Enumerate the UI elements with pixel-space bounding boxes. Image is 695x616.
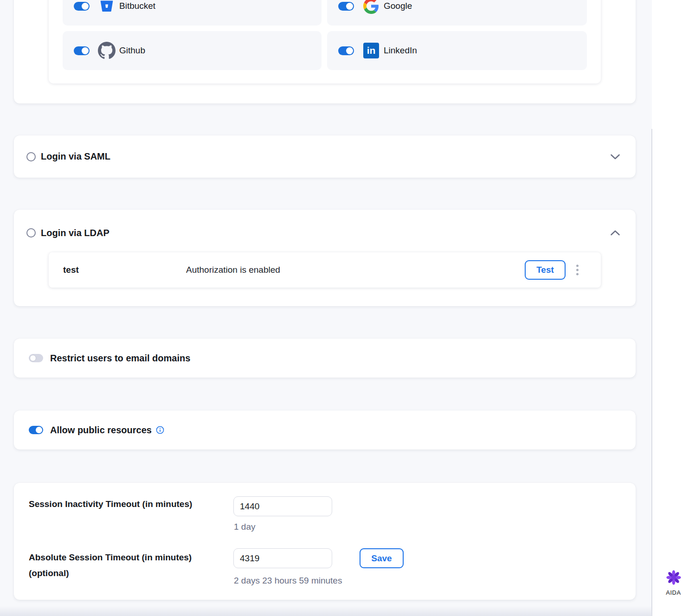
linkedin-toggle[interactable] bbox=[338, 46, 354, 55]
chevron-up-icon[interactable] bbox=[610, 230, 620, 236]
saml-section-header[interactable]: Login via SAML bbox=[14, 135, 636, 178]
github-icon bbox=[98, 42, 116, 59]
provider-label: Bitbucket bbox=[119, 1, 155, 11]
saml-section-card: Login via SAML bbox=[14, 135, 636, 178]
restrict-domains-card: Restrict users to email domains bbox=[14, 339, 636, 378]
linkedin-icon: in bbox=[362, 42, 380, 59]
chevron-down-icon[interactable] bbox=[610, 154, 620, 160]
bitbucket-toggle[interactable] bbox=[74, 2, 90, 11]
kebab-menu-icon[interactable] bbox=[574, 263, 580, 277]
google-icon bbox=[362, 0, 380, 15]
toggle-knob bbox=[346, 3, 353, 10]
toggle-knob bbox=[82, 47, 89, 54]
toggle-knob bbox=[346, 47, 353, 54]
social-providers-panel: Bitbucket Google Github in LinkedIn bbox=[49, 0, 601, 83]
provider-label: LinkedIn bbox=[384, 45, 417, 56]
restrict-domains-toggle[interactable] bbox=[29, 354, 43, 362]
provider-tile-google: Google bbox=[327, 0, 587, 26]
absolute-timeout-hint: 2 days 23 hours 59 minutes bbox=[234, 576, 342, 586]
info-icon[interactable] bbox=[156, 426, 164, 434]
ldap-connection-row: test Authorization is enabled Test bbox=[49, 252, 601, 288]
provider-tile-bitbucket: Bitbucket bbox=[63, 0, 322, 26]
ldap-radio[interactable] bbox=[26, 228, 36, 237]
provider-label: Google bbox=[384, 1, 412, 11]
ldap-section-header[interactable]: Login via LDAP bbox=[14, 210, 636, 256]
bottom-fade bbox=[0, 606, 652, 616]
public-resources-label: Allow public resources bbox=[50, 425, 152, 436]
session-settings-card: Session Inactivity Timeout (in minutes) … bbox=[14, 483, 636, 600]
aida-flower-icon bbox=[666, 570, 682, 585]
inactivity-timeout-hint: 1 day bbox=[234, 522, 255, 532]
absolute-timeout-label: Absolute Session Timeout (in minutes) (o… bbox=[14, 550, 192, 581]
provider-tile-github: Github bbox=[63, 31, 322, 70]
absolute-timeout-label-line1: Absolute Session Timeout (in minutes) bbox=[29, 550, 192, 565]
google-toggle[interactable] bbox=[338, 2, 354, 11]
save-button[interactable]: Save bbox=[360, 548, 404, 568]
absolute-timeout-input[interactable] bbox=[233, 548, 332, 568]
toggle-knob bbox=[30, 355, 36, 361]
inactivity-timeout-label: Session Inactivity Timeout (in minutes) bbox=[29, 496, 192, 512]
saml-section-title: Login via SAML bbox=[41, 151, 110, 162]
inactivity-timeout-input[interactable] bbox=[233, 496, 332, 516]
github-toggle[interactable] bbox=[74, 46, 90, 55]
provider-tile-linkedin: in LinkedIn bbox=[327, 31, 587, 70]
restrict-domains-label: Restrict users to email domains bbox=[50, 353, 190, 364]
ldap-connection-name: test bbox=[63, 265, 186, 275]
toggle-knob bbox=[36, 427, 42, 433]
saml-radio[interactable] bbox=[26, 152, 36, 161]
right-rail bbox=[652, 0, 695, 616]
auth-settings-page: Bitbucket Google Github in LinkedIn bbox=[0, 0, 695, 616]
social-providers-card: Bitbucket Google Github in LinkedIn bbox=[14, 0, 636, 103]
public-resources-card: Allow public resources bbox=[14, 411, 636, 449]
absolute-timeout-label-line2: (optional) bbox=[29, 565, 192, 581]
aida-assistant-button[interactable]: AIDA bbox=[652, 570, 695, 596]
rail-divider bbox=[651, 129, 652, 616]
public-resources-toggle[interactable] bbox=[29, 426, 43, 434]
ldap-section-title: Login via LDAP bbox=[41, 228, 109, 238]
bitbucket-icon bbox=[98, 0, 116, 15]
ldap-connection-status: Authorization is enabled bbox=[186, 265, 280, 275]
aida-label: AIDA bbox=[652, 589, 695, 596]
provider-label: Github bbox=[119, 45, 145, 56]
test-button[interactable]: Test bbox=[525, 260, 566, 280]
ldap-section-card: Login via LDAP test Authorization is ena… bbox=[14, 210, 636, 306]
toggle-knob bbox=[82, 3, 89, 10]
